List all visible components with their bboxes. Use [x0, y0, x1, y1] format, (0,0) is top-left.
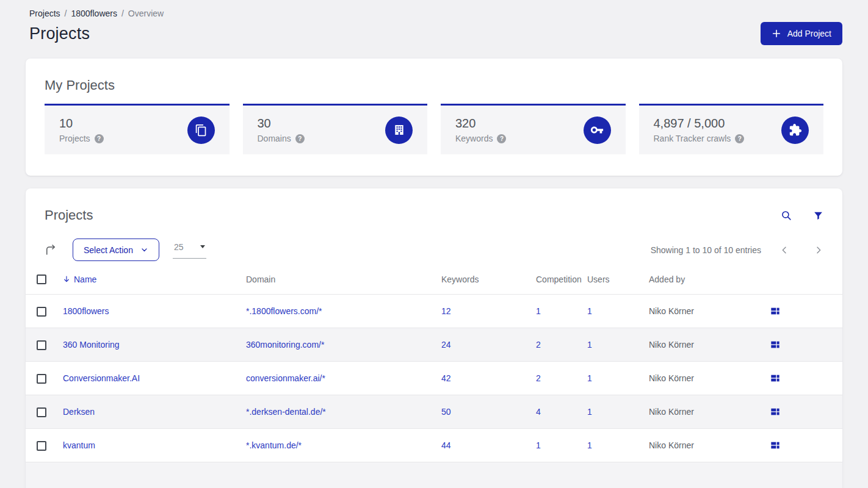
domains-label: Domains — [258, 134, 291, 143]
page: Projects / 1800flowers / Overview Projec… — [0, 0, 868, 488]
my-projects-title: My Projects — [45, 59, 823, 93]
chevron-down-icon — [140, 246, 148, 254]
stats-cards: 10 Projects ? 30 — [45, 104, 823, 154]
users-count-link[interactable]: 1 — [587, 306, 592, 316]
users-count-link[interactable]: 1 — [587, 440, 592, 450]
keywords-label: Keywords — [455, 134, 493, 143]
projects-panel: Projects Select Action — [26, 188, 842, 488]
dropdown-caret-icon — [200, 245, 205, 248]
row-checkbox[interactable] — [37, 441, 46, 451]
breadcrumb-separator: / — [121, 9, 124, 18]
added-by-value: Niko Körner — [649, 306, 694, 316]
keywords-count-link[interactable]: 24 — [441, 340, 451, 350]
project-name-link[interactable]: Derksen — [63, 407, 95, 417]
breadcrumb-projects[interactable]: Projects — [29, 9, 60, 18]
project-domain-link[interactable]: 360monitoring.com/* — [246, 340, 324, 350]
column-header-competition: Competition — [525, 273, 576, 295]
keywords-count-link[interactable]: 42 — [441, 373, 451, 383]
project-domain-link[interactable]: *.1800flowers.com/* — [246, 306, 322, 316]
competition-count-link[interactable]: 1 — [536, 440, 541, 450]
dashboard-grid-icon[interactable] — [770, 440, 780, 450]
project-name-link[interactable]: kvantum — [63, 440, 95, 450]
rank-tracker-count: 4,897 / 5,000 — [654, 117, 745, 131]
project-name-link[interactable]: 1800flowers — [63, 306, 109, 316]
page-title: Projects — [29, 24, 90, 43]
projects-table-title: Projects — [45, 207, 93, 223]
breadcrumb-project-name[interactable]: 1800flowers — [71, 9, 117, 18]
project-domain-link[interactable]: *.derksen-dental.de/* — [246, 407, 326, 417]
column-header-name[interactable]: Name — [52, 273, 235, 295]
help-icon[interactable]: ? — [735, 134, 744, 143]
help-icon[interactable]: ? — [295, 134, 305, 143]
competition-count-link[interactable]: 2 — [536, 373, 541, 383]
next-row-partial — [26, 462, 842, 488]
dashboard-grid-icon[interactable] — [770, 373, 780, 383]
projects-label: Projects — [59, 134, 90, 143]
added-by-value: Niko Körner — [649, 373, 694, 383]
table-row: Derksen *.derksen-dental.de/* 50 4 1 Nik… — [26, 395, 842, 429]
sort-descending-icon — [63, 275, 70, 283]
add-project-button[interactable]: Add Project — [761, 22, 842, 45]
page-size-select[interactable]: 25 — [173, 241, 206, 259]
column-header-actions — [759, 273, 842, 295]
row-checkbox[interactable] — [37, 407, 46, 417]
key-icon — [584, 117, 611, 144]
pagination-status: Showing 1 to 10 of 10 entries — [651, 245, 761, 255]
table-row: 360 Monitoring 360monitoring.com/* 24 2 … — [26, 328, 842, 362]
plus-icon — [772, 29, 781, 38]
domains-count: 30 — [258, 117, 305, 131]
table-row: 1800flowers *.1800flowers.com/* 12 1 1 N… — [26, 295, 842, 328]
row-checkbox[interactable] — [37, 307, 46, 317]
project-domain-link[interactable]: conversionmaker.ai/* — [246, 373, 325, 383]
column-header-keywords: Keywords — [430, 273, 525, 295]
users-count-link[interactable]: 1 — [587, 340, 592, 350]
project-domain-link[interactable]: *.kvantum.de/* — [246, 440, 302, 450]
projects-table: Name Domain Keywords Competition Users A… — [26, 273, 842, 462]
column-header-added-by: Added by — [638, 273, 759, 295]
stat-card-projects: 10 Projects ? — [45, 104, 230, 154]
keywords-count-link[interactable]: 44 — [441, 440, 451, 450]
project-name-link[interactable]: 360 Monitoring — [63, 340, 120, 350]
select-all-checkbox[interactable] — [37, 274, 46, 284]
stat-card-keywords: 320 Keywords ? — [441, 104, 626, 154]
help-icon[interactable]: ? — [497, 134, 506, 143]
my-projects-panel: My Projects 10 Projects ? — [26, 59, 842, 176]
help-icon[interactable]: ? — [95, 134, 104, 143]
dashboard-grid-icon[interactable] — [770, 306, 780, 316]
projects-count: 10 — [59, 117, 104, 131]
table-row: kvantum *.kvantum.de/* 44 1 1 Niko Körne… — [26, 429, 842, 462]
competition-count-link[interactable]: 4 — [536, 407, 541, 417]
column-header-users: Users — [576, 273, 638, 295]
competition-count-link[interactable]: 1 — [536, 306, 541, 316]
page-size-value: 25 — [174, 242, 184, 252]
row-checkbox[interactable] — [37, 374, 46, 384]
dashboard-grid-icon[interactable] — [770, 407, 780, 417]
page-header: Projects Add Project — [0, 18, 868, 45]
select-action-label: Select Action — [84, 245, 133, 255]
breadcrumb-separator: / — [65, 9, 67, 18]
filter-icon[interactable] — [813, 210, 823, 221]
dashboard-grid-icon[interactable] — [770, 340, 780, 350]
puzzle-icon — [781, 117, 809, 144]
competition-count-link[interactable]: 2 — [536, 340, 541, 350]
breadcrumb-overview: Overview — [128, 9, 164, 18]
row-checkbox[interactable] — [37, 340, 46, 350]
keywords-count: 320 — [455, 117, 506, 131]
users-count-link[interactable]: 1 — [587, 407, 592, 417]
column-header-domain: Domain — [235, 273, 430, 295]
keywords-count-link[interactable]: 12 — [441, 306, 451, 316]
table-header-row: Name Domain Keywords Competition Users A… — [26, 273, 842, 295]
users-count-link[interactable]: 1 — [587, 373, 592, 383]
added-by-value: Niko Körner — [649, 407, 694, 417]
added-by-value: Niko Körner — [649, 440, 694, 450]
stat-card-rank-tracker: 4,897 / 5,000 Rank Tracker crawls ? — [639, 104, 824, 154]
search-icon[interactable] — [781, 210, 792, 221]
select-action-dropdown[interactable]: Select Action — [73, 239, 159, 261]
next-page-icon[interactable] — [814, 245, 823, 255]
keywords-count-link[interactable]: 50 — [441, 407, 451, 417]
add-project-label: Add Project — [787, 29, 831, 38]
forward-arrow-icon[interactable] — [45, 244, 57, 256]
project-name-link[interactable]: Conversionmaker.AI — [63, 373, 140, 383]
prev-page-icon[interactable] — [779, 245, 789, 255]
table-row: Conversionmaker.AI conversionmaker.ai/* … — [26, 362, 842, 395]
